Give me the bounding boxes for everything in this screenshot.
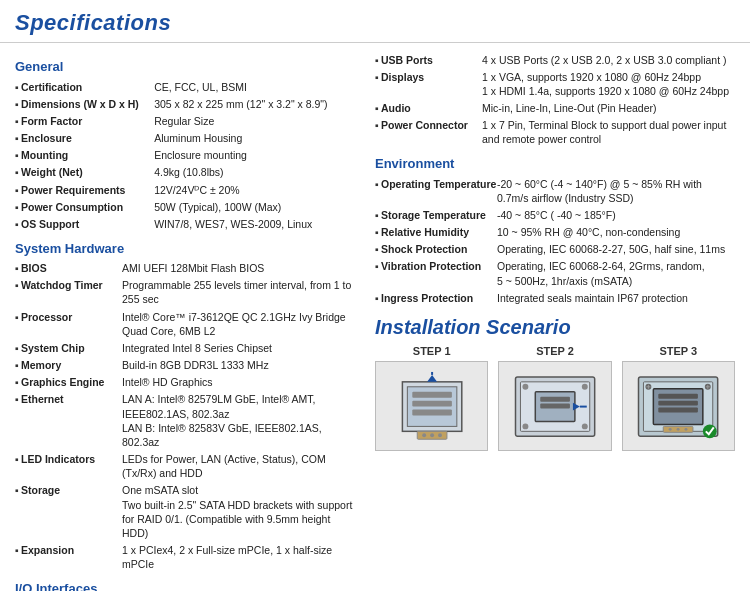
spec-label: Enclosure: [15, 130, 152, 147]
usb-value: 4 x USB Ports (2 x USB 2.0, 2 x USB 3.0 …: [480, 51, 735, 68]
table-row: Watchdog TimerProgrammable 255 levels ti…: [15, 277, 355, 308]
left-column: General CertificationCE, FCC, UL, BSMIDi…: [15, 51, 355, 591]
spec-value: Integrated seals maintain IP67 protectio…: [495, 289, 735, 306]
spec-label: Storage Temperature: [375, 206, 495, 223]
page-title: Specifications: [15, 10, 735, 36]
power-conn-value: 1 x 7 Pin, Terminal Block to support dua…: [480, 117, 735, 148]
table-row: Power Consumption50W (Typical), 100W (Ma…: [15, 198, 355, 215]
power-conn-label: Power Connector: [375, 117, 480, 148]
spec-value: LAN A: Intel® 82579LM GbE, Intel® AMT, I…: [120, 391, 355, 451]
svg-marker-5: [427, 375, 437, 382]
spec-label: Power Requirements: [15, 181, 152, 198]
spec-value: -20 ~ 60°C (-4 ~ 140°F) @ 5 ~ 85% RH wit…: [495, 175, 735, 206]
table-row: BIOSAMI UEFI 128Mbit Flash BIOS: [15, 260, 355, 277]
spec-label: Ingress Protection: [375, 289, 495, 306]
io-section-title: I/O Interfaces: [15, 581, 355, 591]
spec-value: LEDs for Power, LAN (Active, Status), CO…: [120, 451, 355, 482]
spec-value: 12V/24VᴰC ± 20%: [152, 181, 355, 198]
spec-value: One mSATA slot Two built-in 2.5" SATA HD…: [120, 482, 355, 542]
spec-value: Programmable 255 levels timer interval, …: [120, 277, 355, 308]
table-row: CertificationCE, FCC, UL, BSMI: [15, 78, 355, 95]
table-row: Weight (Net)4.9kg (10.8lbs): [15, 164, 355, 181]
svg-rect-31: [659, 394, 699, 399]
general-section-title: General: [15, 59, 355, 74]
install-steps: STEP 1: [375, 345, 735, 451]
spec-label: Ethernet: [15, 391, 120, 451]
svg-point-13: [522, 384, 528, 390]
system-spec-table: BIOSAMI UEFI 128Mbit Flash BIOSWatchdog …: [15, 260, 355, 573]
spec-label: Memory: [15, 357, 120, 374]
displays-value: 1 x VGA, supports 1920 x 1080 @ 60Hz 24b…: [480, 68, 735, 99]
table-row: MountingEnclosure mounting: [15, 147, 355, 164]
spec-value: Operating, IEC 60068-2-27, 50G, half sin…: [495, 241, 735, 258]
spec-value: 305 x 82 x 225 mm (12" x 3.2" x 8.9"): [152, 95, 355, 112]
svg-rect-33: [659, 407, 699, 412]
table-row: Ingress ProtectionIntegrated seals maint…: [375, 289, 735, 306]
system-section-title: System Hardware: [15, 241, 355, 256]
svg-point-35: [669, 428, 672, 431]
svg-rect-4: [412, 409, 452, 415]
install-title: Installation Scenario: [375, 316, 735, 339]
table-row: Operating Temperature-20 ~ 60°C (-4 ~ 14…: [375, 175, 735, 206]
table-row: Storage Temperature-40 ~ 85°C ( -40 ~ 18…: [375, 206, 735, 223]
spec-value: Intel® HD Graphics: [120, 374, 355, 391]
spec-label: Mounting: [15, 147, 152, 164]
svg-point-15: [522, 423, 528, 429]
spec-label: LED Indicators: [15, 451, 120, 482]
svg-point-16: [582, 423, 588, 429]
usb-label: USB Ports: [375, 51, 480, 68]
spec-label: Watchdog Timer: [15, 277, 120, 308]
audio-label: Audio: [375, 100, 480, 117]
spec-label: Expansion: [15, 542, 120, 573]
step2-image: [498, 361, 611, 451]
table-row: StorageOne mSATA slot Two built-in 2.5" …: [15, 482, 355, 542]
spec-label: Form Factor: [15, 112, 152, 129]
step1-label: STEP 1: [375, 345, 488, 357]
svg-rect-19: [540, 403, 570, 408]
spec-label: Graphics Engine: [15, 374, 120, 391]
main-content: General CertificationCE, FCC, UL, BSMIDi…: [0, 43, 750, 591]
svg-point-10: [438, 433, 442, 437]
spec-value: Build-in 8GB DDR3L 1333 MHz: [120, 357, 355, 374]
right-column: USB Ports 4 x USB Ports (2 x USB 2.0, 2 …: [375, 51, 735, 591]
spec-label: Vibration Protection: [375, 258, 495, 289]
spec-label: BIOS: [15, 260, 120, 277]
svg-point-8: [422, 433, 426, 437]
table-row: Expansion1 x PCIex4, 2 x Full-size mPCIe…: [15, 542, 355, 573]
svg-point-9: [430, 433, 434, 437]
svg-rect-18: [540, 397, 570, 402]
io-right-table: USB Ports 4 x USB Ports (2 x USB 2.0, 2 …: [375, 51, 735, 148]
displays-label: Displays: [375, 68, 480, 99]
step3-label: STEP 3: [622, 345, 735, 357]
step1-image: [375, 361, 488, 451]
spec-label: Certification: [15, 78, 152, 95]
spec-value: 1 x PCIex4, 2 x Full-size mPCIe, 1 x hal…: [120, 542, 355, 573]
table-row: Power Requirements12V/24VᴰC ± 20%: [15, 181, 355, 198]
spec-value: 4.9kg (10.8lbs): [152, 164, 355, 181]
spec-value: CE, FCC, UL, BSMI: [152, 78, 355, 95]
spec-label: OS Support: [15, 215, 152, 232]
step3-image: [622, 361, 735, 451]
page-header: Specifications: [0, 0, 750, 43]
table-row: LED IndicatorsLEDs for Power, LAN (Activ…: [15, 451, 355, 482]
table-row: ProcessorIntel® Core™ i7-3612QE QC 2.1GH…: [15, 308, 355, 339]
svg-point-14: [582, 384, 588, 390]
table-row: OS SupportWIN7/8, WES7, WES-2009, Linux: [15, 215, 355, 232]
spec-value: Regular Size: [152, 112, 355, 129]
spec-value: -40 ~ 85°C ( -40 ~ 185°F): [495, 206, 735, 223]
spec-value: Enclosure mounting: [152, 147, 355, 164]
table-row: Relative Humidity10 ~ 95% RH @ 40°C, non…: [375, 224, 735, 241]
spec-value: WIN7/8, WES7, WES-2009, Linux: [152, 215, 355, 232]
spec-value: 50W (Typical), 100W (Max): [152, 198, 355, 215]
svg-rect-2: [412, 392, 452, 398]
install-step-1: STEP 1: [375, 345, 488, 451]
spec-label: Relative Humidity: [375, 224, 495, 241]
spec-label: Power Consumption: [15, 198, 152, 215]
table-row: MemoryBuild-in 8GB DDR3L 1333 MHz: [15, 357, 355, 374]
spec-label: Operating Temperature: [375, 175, 495, 206]
spec-value: Integrated Intel 8 Series Chipset: [120, 339, 355, 356]
spec-value: Intel® Core™ i7-3612QE QC 2.1GHz Ivy Bri…: [120, 308, 355, 339]
table-row: USB Ports 4 x USB Ports (2 x USB 2.0, 2 …: [375, 51, 735, 68]
table-row: Power Connector 1 x 7 Pin, Terminal Bloc…: [375, 117, 735, 148]
spec-value: Operating, IEC 60068-2-64, 2Grms, random…: [495, 258, 735, 289]
